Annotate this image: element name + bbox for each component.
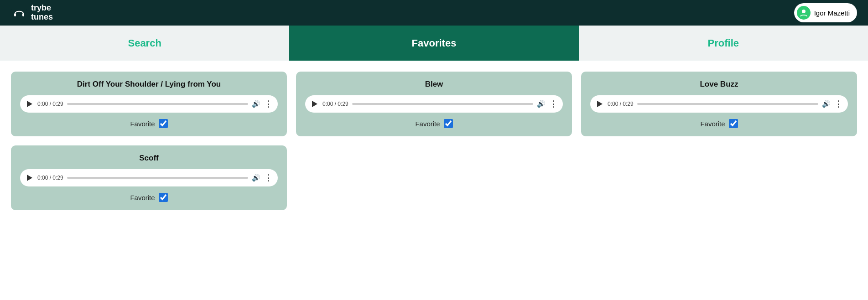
more-button-love-buzz[interactable]: ⋮ — [834, 99, 842, 109]
avatar — [797, 6, 811, 20]
user-name-label: Igor Mazetti — [814, 9, 850, 17]
card-scoff: Scoff 0:00 / 0:29 🔊 ⋮ Favorite — [11, 145, 287, 210]
favorite-label-blew: Favorite — [415, 120, 440, 128]
svg-rect-2 — [22, 13, 24, 16]
volume-button-blew[interactable]: 🔊 — [537, 100, 546, 108]
favorite-label-love-buzz: Favorite — [700, 120, 725, 128]
volume-button-love-buzz[interactable]: 🔊 — [822, 100, 831, 108]
progress-bar-blew[interactable] — [352, 103, 533, 105]
time-label-dirt-off: 0:00 / 0:29 — [37, 101, 63, 107]
left-column: Dirt Off Your Shoulder / Lying from You … — [11, 72, 287, 210]
play-button-scoff[interactable] — [26, 174, 34, 182]
favorite-row-scoff: Favorite — [20, 193, 278, 202]
favorite-label-dirt-off: Favorite — [130, 120, 155, 128]
main-content: Dirt Off Your Shoulder / Lying from You … — [0, 61, 868, 300]
tab-profile[interactable]: Profile — [579, 26, 868, 61]
card-blew: Blew 0:00 / 0:29 🔊 ⋮ Favorite — [296, 72, 572, 136]
svg-point-0 — [11, 5, 27, 21]
volume-button-dirt-off[interactable]: 🔊 — [252, 100, 260, 108]
card-title-love-buzz: Love Buzz — [590, 80, 848, 89]
card-title-dirt-off: Dirt Off Your Shoulder / Lying from You — [20, 80, 278, 89]
play-button-dirt-off[interactable] — [26, 100, 34, 108]
favorite-checkbox-love-buzz[interactable] — [729, 119, 738, 128]
card-dirt-off: Dirt Off Your Shoulder / Lying from You … — [11, 72, 287, 136]
more-button-scoff[interactable]: ⋮ — [264, 173, 272, 183]
favorite-checkbox-blew[interactable] — [444, 119, 453, 128]
progress-bar-love-buzz[interactable] — [637, 103, 818, 105]
tab-bar: Search Favorites Profile — [0, 26, 868, 61]
user-profile-button[interactable]: Igor Mazetti — [794, 3, 857, 22]
play-button-love-buzz[interactable] — [596, 100, 604, 108]
audio-player-love-buzz: 0:00 / 0:29 🔊 ⋮ — [590, 95, 848, 113]
svg-point-3 — [802, 10, 806, 13]
logo-text: trybe tunes — [31, 4, 53, 22]
audio-player-blew: 0:00 / 0:29 🔊 ⋮ — [305, 95, 563, 113]
middle-column: Blew 0:00 / 0:29 🔊 ⋮ Favorite — [296, 72, 572, 210]
progress-bar-dirt-off[interactable] — [67, 103, 248, 105]
progress-bar-scoff[interactable] — [67, 177, 248, 179]
favorite-row-blew: Favorite — [305, 119, 563, 128]
time-label-blew: 0:00 / 0:29 — [322, 101, 348, 107]
more-button-dirt-off[interactable]: ⋮ — [264, 99, 272, 109]
cards-grid: Dirt Off Your Shoulder / Lying from You … — [11, 72, 857, 210]
favorite-checkbox-dirt-off[interactable] — [159, 119, 168, 128]
play-button-blew[interactable] — [311, 100, 319, 108]
tab-favorites[interactable]: Favorites — [289, 26, 578, 61]
favorite-checkbox-scoff[interactable] — [159, 193, 168, 202]
volume-button-scoff[interactable]: 🔊 — [252, 174, 260, 182]
favorite-row-dirt-off: Favorite — [20, 119, 278, 128]
logo: trybe tunes — [11, 4, 53, 22]
favorite-row-love-buzz: Favorite — [590, 119, 848, 128]
logo-icon — [11, 5, 27, 21]
more-button-blew[interactable]: ⋮ — [549, 99, 557, 109]
card-title-scoff: Scoff — [20, 154, 278, 163]
time-label-love-buzz: 0:00 / 0:29 — [608, 101, 634, 107]
audio-player-scoff: 0:00 / 0:29 🔊 ⋮ — [20, 169, 278, 186]
svg-rect-1 — [14, 13, 16, 16]
card-title-blew: Blew — [305, 80, 563, 89]
card-love-buzz: Love Buzz 0:00 / 0:29 🔊 ⋮ Favorite — [581, 72, 857, 136]
navbar: trybe tunes Igor Mazetti — [0, 0, 868, 26]
tab-search[interactable]: Search — [0, 26, 289, 61]
favorite-label-scoff: Favorite — [130, 194, 155, 202]
time-label-scoff: 0:00 / 0:29 — [37, 175, 63, 181]
right-column: Love Buzz 0:00 / 0:29 🔊 ⋮ Favorite — [581, 72, 857, 210]
audio-player-dirt-off: 0:00 / 0:29 🔊 ⋮ — [20, 95, 278, 113]
